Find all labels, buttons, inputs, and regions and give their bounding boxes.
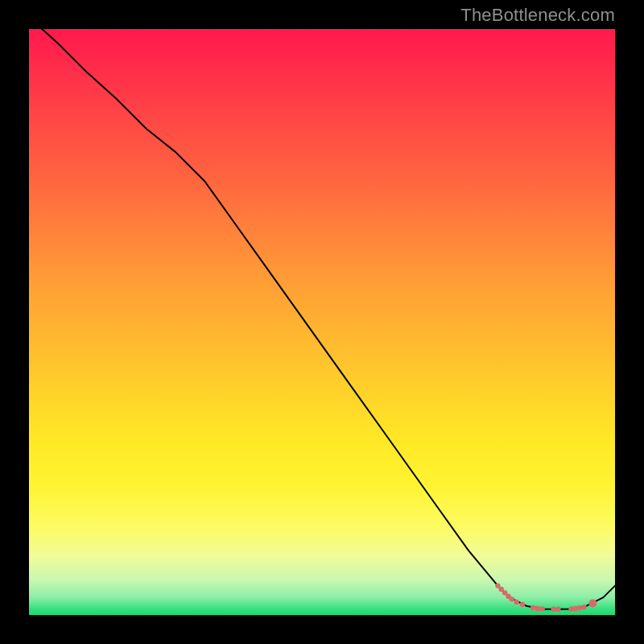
valley-marker	[551, 607, 555, 612]
valley-marker	[506, 594, 510, 599]
valley-marker	[576, 605, 581, 610]
valley-marker	[499, 587, 504, 592]
chart-stage: TheBottleneck.com	[0, 0, 644, 644]
credit-label: TheBottleneck.com	[460, 5, 615, 26]
valley-marker	[581, 605, 586, 609]
valley-marker	[530, 605, 535, 610]
valley-marker	[572, 606, 577, 611]
valley-marker	[495, 583, 500, 588]
bottleneck-curve	[29, 29, 615, 609]
valley-marker	[520, 602, 525, 607]
valley-marker	[502, 590, 507, 595]
valley-marker	[510, 597, 514, 601]
chart-plot-area	[29, 29, 615, 615]
valley-marker	[555, 607, 560, 612]
valley-marker	[514, 600, 519, 605]
valley-marker	[535, 606, 540, 611]
chart-overlay	[29, 29, 615, 615]
valley-marker	[540, 606, 545, 611]
valley-marker	[568, 606, 573, 611]
valley-marker	[588, 599, 597, 607]
